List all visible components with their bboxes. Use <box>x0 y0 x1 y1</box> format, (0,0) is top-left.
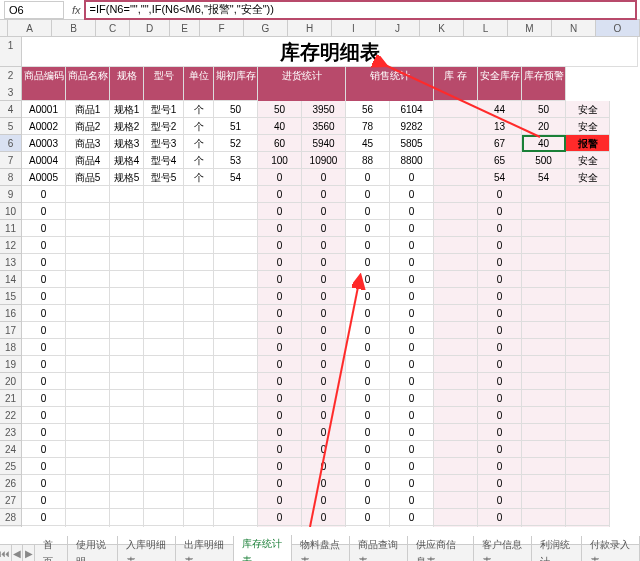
cell[interactable] <box>434 390 478 407</box>
cell[interactable]: 5805 <box>390 135 434 152</box>
cell[interactable]: 3950 <box>302 101 346 118</box>
cell[interactable] <box>522 390 566 407</box>
cell[interactable] <box>184 526 214 527</box>
cell[interactable] <box>184 475 214 492</box>
cell[interactable] <box>66 492 110 509</box>
cell[interactable]: 0 <box>478 203 522 220</box>
cell[interactable]: 0 <box>258 220 302 237</box>
cell[interactable] <box>566 475 610 492</box>
col-header-E[interactable]: E <box>170 20 200 36</box>
cell[interactable]: 5940 <box>302 135 346 152</box>
cell[interactable] <box>434 135 478 152</box>
empty-cell[interactable] <box>610 458 638 475</box>
cell[interactable]: 6104 <box>390 101 434 118</box>
cell[interactable] <box>184 356 214 373</box>
row-number[interactable]: 22 <box>0 407 22 424</box>
cell[interactable]: 型号2 <box>144 118 184 135</box>
cell[interactable]: 安全 <box>566 118 610 135</box>
cell[interactable]: 0 <box>302 339 346 356</box>
cell[interactable]: 0 <box>302 373 346 390</box>
cell[interactable] <box>522 220 566 237</box>
empty-cell[interactable] <box>610 305 638 322</box>
cell[interactable]: 0 <box>22 186 66 203</box>
cell[interactable] <box>434 101 478 118</box>
cell[interactable] <box>434 118 478 135</box>
cell[interactable]: 0 <box>258 305 302 322</box>
cell[interactable]: 0 <box>258 475 302 492</box>
cell[interactable]: 0 <box>346 169 390 186</box>
cell[interactable]: 65 <box>478 152 522 169</box>
cell[interactable]: 0 <box>390 356 434 373</box>
cell[interactable] <box>144 458 184 475</box>
cell[interactable] <box>144 220 184 237</box>
empty-cell[interactable] <box>610 101 638 118</box>
cell[interactable] <box>566 390 610 407</box>
col-header-A[interactable]: A <box>8 20 52 36</box>
cell[interactable]: 0 <box>22 254 66 271</box>
hdr-model[interactable]: 型号 <box>144 67 184 101</box>
cell[interactable] <box>144 356 184 373</box>
cell[interactable]: 个 <box>184 152 214 169</box>
cell[interactable]: 50 <box>522 101 566 118</box>
cell[interactable]: 0 <box>390 492 434 509</box>
cell[interactable]: 0 <box>302 186 346 203</box>
cell[interactable] <box>434 492 478 509</box>
col-header-C[interactable]: C <box>96 20 130 36</box>
cell[interactable] <box>214 441 258 458</box>
cell[interactable]: 54 <box>214 169 258 186</box>
cell[interactable]: 0 <box>346 407 390 424</box>
col-header-G[interactable]: G <box>244 20 288 36</box>
cell[interactable]: 0 <box>22 305 66 322</box>
cell[interactable] <box>66 424 110 441</box>
cell[interactable] <box>434 271 478 288</box>
cell[interactable]: 0 <box>302 492 346 509</box>
row-number[interactable]: 4 <box>0 101 22 118</box>
cell[interactable] <box>144 288 184 305</box>
cell[interactable]: 0 <box>346 390 390 407</box>
cell[interactable]: 安全 <box>566 152 610 169</box>
empty-cell[interactable] <box>610 118 638 135</box>
cell[interactable] <box>110 339 144 356</box>
cell[interactable]: 报警 <box>566 135 610 152</box>
cell[interactable]: 54 <box>478 169 522 186</box>
cell[interactable]: 0 <box>346 475 390 492</box>
cell[interactable] <box>66 271 110 288</box>
cell[interactable] <box>434 339 478 356</box>
cell[interactable]: 0 <box>390 339 434 356</box>
cell[interactable] <box>566 441 610 458</box>
cell[interactable] <box>434 220 478 237</box>
cell[interactable] <box>214 475 258 492</box>
cell[interactable] <box>66 186 110 203</box>
cell[interactable]: 0 <box>302 305 346 322</box>
cell[interactable]: 88 <box>346 152 390 169</box>
empty-cell[interactable] <box>610 237 638 254</box>
cell[interactable]: 0 <box>346 254 390 271</box>
cell[interactable] <box>522 509 566 526</box>
cell[interactable]: A0001 <box>22 101 66 118</box>
cell[interactable]: 0 <box>478 186 522 203</box>
cell[interactable]: 个 <box>184 169 214 186</box>
cell[interactable]: 3560 <box>302 118 346 135</box>
cell[interactable]: 0 <box>346 492 390 509</box>
row-number[interactable]: 25 <box>0 458 22 475</box>
cell[interactable]: 商品3 <box>66 135 110 152</box>
row-number[interactable]: 13 <box>0 254 22 271</box>
empty-cell[interactable] <box>610 526 638 527</box>
empty-cell[interactable] <box>610 271 638 288</box>
cell[interactable] <box>522 492 566 509</box>
row-number[interactable]: 17 <box>0 322 22 339</box>
cell[interactable] <box>522 305 566 322</box>
cell[interactable] <box>214 356 258 373</box>
cell[interactable]: 0 <box>478 390 522 407</box>
cell[interactable] <box>214 203 258 220</box>
cell[interactable] <box>214 339 258 356</box>
cell[interactable]: 0 <box>390 526 434 527</box>
cell[interactable] <box>214 186 258 203</box>
row-number[interactable]: 24 <box>0 441 22 458</box>
cell[interactable] <box>566 492 610 509</box>
cell[interactable] <box>566 305 610 322</box>
cell[interactable]: 0 <box>478 424 522 441</box>
cell[interactable] <box>214 458 258 475</box>
cell[interactable]: 0 <box>346 339 390 356</box>
cell[interactable]: 0 <box>390 271 434 288</box>
